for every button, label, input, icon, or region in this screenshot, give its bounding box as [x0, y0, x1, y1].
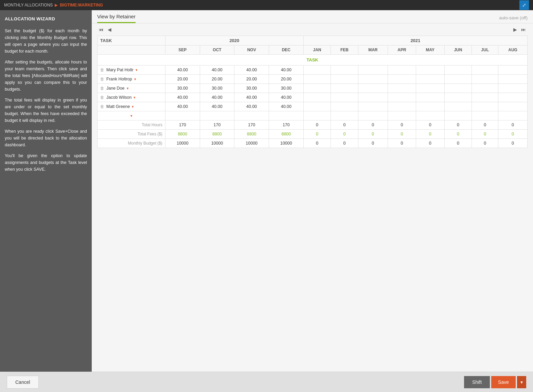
month-aug: AUG	[498, 45, 528, 55]
budget-aug[interactable]: 0	[498, 139, 528, 148]
matt-nov[interactable]: 40.00	[234, 102, 269, 111]
delete-icon[interactable]: 🗑	[100, 95, 104, 100]
auto-save-status: auto-save (off)	[499, 15, 528, 23]
mary-jun[interactable]	[444, 66, 472, 75]
total-hours-aug: 0	[498, 120, 528, 130]
delete-icon[interactable]: 🗑	[100, 104, 104, 109]
total-fees-oct: 8800	[200, 130, 234, 139]
mary-aug[interactable]	[498, 66, 528, 75]
budget-may[interactable]: 0	[416, 139, 445, 148]
row-mary-name: Mary Pat Holtr	[106, 68, 134, 72]
month-nov: NOV	[234, 45, 269, 55]
bottom-bar: Cancel Shift Save ▾	[0, 372, 533, 392]
budget-feb[interactable]: 0	[331, 139, 358, 148]
breadcrumb-marketing: BIGTIME:MARKETING	[60, 3, 103, 7]
delete-icon[interactable]: 🗑	[100, 86, 104, 91]
budget-nov[interactable]: 10000	[234, 139, 269, 148]
budget-apr[interactable]: 0	[388, 139, 416, 148]
mary-apr[interactable]	[388, 66, 416, 75]
total-hours-label: Total Hours	[97, 120, 165, 130]
matt-sep[interactable]: 40.00	[165, 102, 200, 111]
row-jane-dropdown[interactable]: ▾	[127, 86, 129, 91]
budget-jul[interactable]: 0	[472, 139, 498, 148]
mary-dec[interactable]: 40.00	[269, 66, 304, 75]
total-fees-label: Total Fees ($)	[97, 130, 165, 139]
row-mary-dropdown[interactable]: ▾	[136, 68, 138, 72]
view-by-retainer-tab[interactable]: View by Retainer	[97, 14, 136, 23]
total-fees-feb: 0	[331, 130, 358, 139]
jacob-dec[interactable]: 40.00	[269, 93, 304, 102]
save-dropdown-button[interactable]: ▾	[517, 376, 526, 388]
frank-sep[interactable]: 20.00	[165, 75, 200, 84]
breadcrumb-monthly: MONTHLY ALLOCATIONS	[4, 3, 53, 7]
task-section-header: TASK	[97, 55, 528, 66]
row-frank-cell: 🗑 Frank Holtrop ▾	[97, 75, 165, 84]
cancel-button[interactable]: Cancel	[7, 376, 39, 389]
sidebar-para-5: You'll be given the option to update ass…	[5, 152, 87, 173]
jane-sep[interactable]: 30.00	[165, 84, 200, 93]
table-container: TASK 2020 2021 SEP OCT NOV DEC JAN FEB M…	[92, 36, 533, 372]
add-row: ▾	[97, 111, 528, 120]
matt-oct[interactable]: 40.00	[200, 102, 234, 111]
mary-feb[interactable]	[331, 66, 358, 75]
nav-first-button[interactable]: ⏮	[97, 26, 105, 33]
nav-next-button[interactable]: ▶	[512, 26, 519, 33]
month-mar: MAR	[358, 45, 388, 55]
task-col-month	[97, 45, 165, 55]
table-navigation: ⏮ ◀ ▶ ⏭	[92, 23, 533, 36]
sidebar-para-2: After setting the budgets, allocate hour…	[5, 59, 87, 93]
add-member-cell: ▾	[97, 111, 165, 120]
nav-prev-button[interactable]: ◀	[106, 26, 113, 33]
expand-button[interactable]: ⤢	[519, 0, 529, 10]
frank-oct[interactable]: 20.00	[200, 75, 234, 84]
delete-icon[interactable]: 🗑	[100, 77, 104, 81]
budget-jan[interactable]: 0	[303, 139, 331, 148]
add-member-dropdown[interactable]: ▾	[130, 114, 132, 118]
delete-icon[interactable]: 🗑	[100, 68, 104, 72]
mary-nov[interactable]: 40.00	[234, 66, 269, 75]
monthly-budget-label[interactable]: Monthly Budget ($)	[97, 139, 165, 148]
total-fees-jul: 0	[472, 130, 498, 139]
frank-nov[interactable]: 20.00	[234, 75, 269, 84]
jacob-nov[interactable]: 40.00	[234, 93, 269, 102]
save-button[interactable]: Save	[491, 376, 516, 388]
total-hours-mar: 0	[358, 120, 388, 130]
jane-dec[interactable]: 30.00	[269, 84, 304, 93]
nav-last-button[interactable]: ⏭	[519, 26, 528, 33]
table-row: 🗑 Mary Pat Holtr ▾ 40.00 40.00 40.00 40.…	[97, 66, 528, 75]
jane-oct[interactable]: 30.00	[200, 84, 234, 93]
mary-mar[interactable]	[358, 66, 388, 75]
mary-may[interactable]	[416, 66, 445, 75]
matt-dec[interactable]: 40.00	[269, 102, 304, 111]
budget-sep[interactable]: 10000	[165, 139, 200, 148]
total-fees-may: 0	[416, 130, 445, 139]
total-fees-apr: 0	[388, 130, 416, 139]
jacob-oct[interactable]: 40.00	[200, 93, 234, 102]
row-frank-dropdown[interactable]: ▾	[134, 77, 136, 81]
frank-dec[interactable]: 20.00	[269, 75, 304, 84]
month-jan: JAN	[303, 45, 331, 55]
mary-jul[interactable]	[472, 66, 498, 75]
jacob-sep[interactable]: 40.00	[165, 93, 200, 102]
mary-oct[interactable]: 40.00	[200, 66, 234, 75]
budget-mar[interactable]: 0	[358, 139, 388, 148]
budget-jun[interactable]: 0	[444, 139, 472, 148]
monthly-budget-row: Monthly Budget ($) 10000 10000 10000 100…	[97, 139, 528, 148]
month-dec: DEC	[269, 45, 304, 55]
sidebar-para-3: The total fees will display in green if …	[5, 97, 87, 124]
total-hours-feb: 0	[331, 120, 358, 130]
shift-button[interactable]: Shift	[464, 376, 490, 388]
main-layout: ALLOCATION WIZARD Set the budget ($) for…	[0, 10, 533, 372]
jane-nov[interactable]: 30.00	[234, 84, 269, 93]
budget-dec[interactable]: 10000	[269, 139, 304, 148]
month-apr: APR	[388, 45, 416, 55]
mary-sep[interactable]: 40.00	[165, 66, 200, 75]
total-fees-dec: 8800	[269, 130, 304, 139]
total-hours-sep: 170	[165, 120, 200, 130]
mary-jan[interactable]	[303, 66, 331, 75]
row-matt-dropdown[interactable]: ▾	[132, 105, 134, 109]
row-jacob-dropdown[interactable]: ▾	[134, 95, 136, 100]
month-feb: FEB	[331, 45, 358, 55]
month-oct: OCT	[200, 45, 234, 55]
budget-oct[interactable]: 10000	[200, 139, 234, 148]
